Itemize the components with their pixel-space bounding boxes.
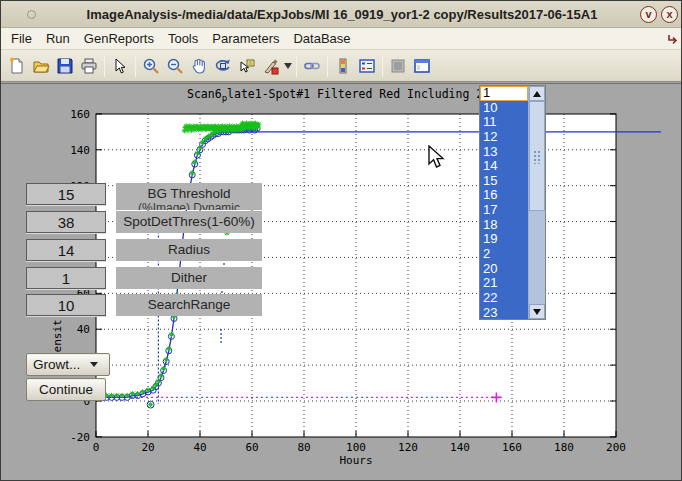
scroll-up-icon xyxy=(533,91,541,97)
spotdetthres-label-text: SpotDetThres(1-60%) xyxy=(123,213,254,230)
minimize-button[interactable]: v xyxy=(640,6,657,23)
spotdetthres-input[interactable]: 38 xyxy=(26,211,106,233)
menu-parameters[interactable]: Parameters xyxy=(212,31,279,46)
list-item[interactable]: 13 xyxy=(480,145,528,160)
scrollbar-track[interactable] xyxy=(529,211,545,304)
toolbar-separator xyxy=(104,55,105,77)
bg-threshold-input[interactable]: 15 xyxy=(26,183,106,205)
show-plot-tools-button[interactable] xyxy=(410,54,434,78)
menu-file[interactable]: File xyxy=(11,31,32,46)
list-item[interactable]: 2 xyxy=(480,247,528,262)
pan-hand-icon xyxy=(190,57,208,75)
continue-button[interactable]: Continue xyxy=(26,378,106,401)
list-item-selected[interactable]: 1 xyxy=(480,86,528,101)
link-plots-icon xyxy=(303,57,321,75)
scrollbar-thumb[interactable] xyxy=(529,101,545,211)
rotate-3d-icon xyxy=(214,57,232,75)
list-item[interactable]: 22 xyxy=(480,291,528,306)
toolbar-separator xyxy=(296,55,297,77)
list-item[interactable]: 23 xyxy=(480,306,528,320)
insert-colorbar-button[interactable] xyxy=(331,54,355,78)
hide-plot-tools-button[interactable] xyxy=(386,54,410,78)
zoom-in-button[interactable] xyxy=(139,54,163,78)
toolbar-separator xyxy=(135,55,136,77)
radius-input[interactable]: 14 xyxy=(26,239,106,261)
list-item[interactable]: 14 xyxy=(480,159,528,174)
open-folder-icon xyxy=(32,57,50,75)
pointer-tool-button[interactable] xyxy=(108,54,132,78)
menu-genreports[interactable]: GenReports xyxy=(84,31,154,46)
searchrange-label: SearchRange xyxy=(116,294,262,316)
window-title: ImageAnalysis-/media/data/ExpJobs/MI 16_… xyxy=(1,7,682,22)
dither-input[interactable]: 1 xyxy=(26,267,106,289)
open-button[interactable] xyxy=(29,54,53,78)
list-item[interactable]: 15 xyxy=(480,174,528,189)
spot-number-listbox: 1 10 11 12 13 14 15 16 17 18 19 2 20 21 … xyxy=(479,85,546,320)
toolbar xyxy=(1,50,682,82)
menu-bar: File Run GenReports Tools Parameters Dat… xyxy=(1,28,682,50)
toolbar-separator xyxy=(327,55,328,77)
brush-icon xyxy=(262,57,280,75)
spot-number-list: 1 10 11 12 13 14 15 16 17 18 19 2 20 21 … xyxy=(480,86,528,319)
close-button[interactable]: x xyxy=(661,6,678,23)
scroll-down-icon xyxy=(533,309,541,315)
app-window: { "window": { "title": "ImageAnalysis-/m… xyxy=(0,0,682,481)
brush-dropdown-button[interactable] xyxy=(283,54,293,78)
brush-dropdown-caret-icon xyxy=(284,63,292,69)
dither-label: Dither xyxy=(116,267,262,289)
menu-tools[interactable]: Tools xyxy=(168,31,198,46)
menu-database[interactable]: DataBase xyxy=(293,31,350,46)
print-icon xyxy=(80,57,98,75)
dock-arrow-icon[interactable] xyxy=(667,33,679,45)
save-button[interactable] xyxy=(53,54,77,78)
colorbar-icon xyxy=(334,57,352,75)
radius-label-text: Radius xyxy=(168,241,210,258)
list-item[interactable]: 19 xyxy=(480,232,528,247)
list-item[interactable]: 18 xyxy=(480,218,528,233)
bg-threshold-label-text: BG Threshold xyxy=(147,185,230,202)
bg-threshold-label: BG Threshold (%Image) Dynamic xyxy=(116,183,262,210)
menu-run[interactable]: Run xyxy=(46,31,70,46)
list-item[interactable]: 21 xyxy=(480,276,528,291)
print-button[interactable] xyxy=(77,54,101,78)
continue-button-label: Continue xyxy=(39,382,93,397)
scroll-up-button[interactable] xyxy=(529,86,545,101)
rotate3d-button[interactable] xyxy=(211,54,235,78)
list-item[interactable]: 12 xyxy=(480,130,528,145)
radius-label: Radius xyxy=(116,239,262,261)
new-file-icon xyxy=(8,57,26,75)
dither-label-text: Dither xyxy=(171,269,207,286)
zoom-out-button[interactable] xyxy=(163,54,187,78)
spotdetthres-label: SpotDetThres(1-60%) xyxy=(116,211,262,233)
growth-dropdown-label: Growt... xyxy=(33,357,80,372)
listbox-scrollbar[interactable] xyxy=(528,86,545,319)
list-item[interactable]: 20 xyxy=(480,262,528,277)
searchrange-input[interactable]: 10 xyxy=(26,294,106,316)
dropdown-caret-icon xyxy=(90,362,98,367)
legend-icon xyxy=(358,57,376,75)
scrollbar-grip-icon xyxy=(533,150,542,164)
save-icon xyxy=(56,57,74,75)
title-bar[interactable]: ImageAnalysis-/media/data/ExpJobs/MI 16_… xyxy=(1,1,682,28)
data-cursor-button[interactable] xyxy=(235,54,259,78)
new-file-button[interactable] xyxy=(5,54,29,78)
plottools-off-icon xyxy=(389,57,407,75)
scroll-down-button[interactable] xyxy=(529,304,545,319)
toolbar-separator xyxy=(382,55,383,77)
insert-legend-button[interactable] xyxy=(355,54,379,78)
link-plots-button[interactable] xyxy=(300,54,324,78)
pan-button[interactable] xyxy=(187,54,211,78)
zoom-in-icon xyxy=(142,57,160,75)
list-item[interactable]: 16 xyxy=(480,188,528,203)
searchrange-label-text: SearchRange xyxy=(148,296,231,313)
list-item[interactable]: 17 xyxy=(480,203,528,218)
growth-dropdown-button[interactable]: Growt... xyxy=(26,353,110,376)
data-cursor-icon xyxy=(238,57,256,75)
window-icon xyxy=(27,10,36,19)
brush-button[interactable] xyxy=(259,54,283,78)
list-item[interactable]: 11 xyxy=(480,115,528,130)
pointer-icon xyxy=(111,57,129,75)
plottools-on-icon xyxy=(413,57,431,75)
bg-threshold-label-line2: (%Image) Dynamic xyxy=(138,202,240,210)
list-item[interactable]: 10 xyxy=(480,101,528,116)
